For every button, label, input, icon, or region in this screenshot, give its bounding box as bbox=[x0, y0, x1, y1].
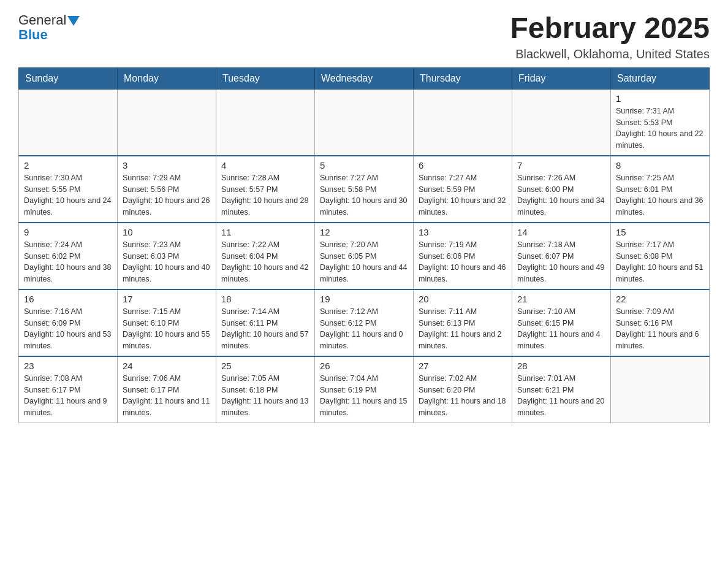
table-row: 13Sunrise: 7:19 AM Sunset: 6:06 PM Dayli… bbox=[414, 223, 512, 289]
table-row: 4Sunrise: 7:28 AM Sunset: 5:57 PM Daylig… bbox=[216, 156, 315, 223]
day-number: 5 bbox=[320, 160, 408, 170]
day-number: 11 bbox=[221, 227, 309, 237]
day-info: Sunrise: 7:02 AM Sunset: 6:20 PM Dayligh… bbox=[419, 373, 507, 419]
day-number: 2 bbox=[24, 160, 112, 170]
day-info: Sunrise: 7:01 AM Sunset: 6:21 PM Dayligh… bbox=[517, 373, 605, 419]
day-info: Sunrise: 7:15 AM Sunset: 6:10 PM Dayligh… bbox=[123, 306, 211, 352]
page-subtitle: Blackwell, Oklahoma, United States bbox=[510, 47, 710, 61]
calendar-week-row: 16Sunrise: 7:16 AM Sunset: 6:09 PM Dayli… bbox=[19, 289, 710, 356]
table-row: 8Sunrise: 7:25 AM Sunset: 6:01 PM Daylig… bbox=[611, 156, 710, 223]
table-row bbox=[512, 89, 611, 156]
table-row: 7Sunrise: 7:26 AM Sunset: 6:00 PM Daylig… bbox=[512, 156, 611, 223]
day-number: 3 bbox=[123, 160, 211, 170]
table-row: 20Sunrise: 7:11 AM Sunset: 6:13 PM Dayli… bbox=[414, 289, 512, 356]
table-row: 19Sunrise: 7:12 AM Sunset: 6:12 PM Dayli… bbox=[315, 289, 414, 356]
day-number: 26 bbox=[320, 361, 408, 371]
day-info: Sunrise: 7:28 AM Sunset: 5:57 PM Dayligh… bbox=[221, 172, 309, 218]
day-number: 20 bbox=[419, 294, 507, 304]
day-info: Sunrise: 7:16 AM Sunset: 6:09 PM Dayligh… bbox=[24, 306, 112, 352]
day-number: 8 bbox=[616, 160, 704, 170]
table-row: 23Sunrise: 7:08 AM Sunset: 6:17 PM Dayli… bbox=[19, 356, 118, 423]
table-row: 26Sunrise: 7:04 AM Sunset: 6:19 PM Dayli… bbox=[315, 356, 414, 423]
day-info: Sunrise: 7:23 AM Sunset: 6:03 PM Dayligh… bbox=[123, 239, 211, 285]
col-monday: Monday bbox=[118, 67, 216, 89]
col-friday: Friday bbox=[512, 67, 611, 89]
logo: General Blue bbox=[18, 12, 80, 43]
table-row: 16Sunrise: 7:16 AM Sunset: 6:09 PM Dayli… bbox=[19, 289, 118, 356]
day-number: 15 bbox=[616, 227, 704, 237]
day-number: 9 bbox=[24, 227, 112, 237]
calendar-week-row: 2Sunrise: 7:30 AM Sunset: 5:55 PM Daylig… bbox=[19, 156, 710, 223]
table-row bbox=[611, 356, 710, 423]
day-number: 14 bbox=[517, 227, 605, 237]
calendar-table: Sunday Monday Tuesday Wednesday Thursday… bbox=[18, 67, 710, 423]
day-info: Sunrise: 7:29 AM Sunset: 5:56 PM Dayligh… bbox=[123, 172, 211, 218]
logo-blue-text: Blue bbox=[18, 27, 48, 43]
day-number: 27 bbox=[419, 361, 507, 371]
table-row: 17Sunrise: 7:15 AM Sunset: 6:10 PM Dayli… bbox=[118, 289, 216, 356]
table-row bbox=[216, 89, 315, 156]
table-row bbox=[118, 89, 216, 156]
day-number: 25 bbox=[221, 361, 309, 371]
day-number: 7 bbox=[517, 160, 605, 170]
day-number: 28 bbox=[517, 361, 605, 371]
day-number: 12 bbox=[320, 227, 408, 237]
table-row: 6Sunrise: 7:27 AM Sunset: 5:59 PM Daylig… bbox=[414, 156, 512, 223]
table-row: 9Sunrise: 7:24 AM Sunset: 6:02 PM Daylig… bbox=[19, 223, 118, 289]
day-number: 24 bbox=[123, 361, 211, 371]
day-number: 19 bbox=[320, 294, 408, 304]
day-info: Sunrise: 7:04 AM Sunset: 6:19 PM Dayligh… bbox=[320, 373, 408, 419]
calendar-header-row: Sunday Monday Tuesday Wednesday Thursday… bbox=[19, 67, 710, 89]
table-row bbox=[414, 89, 512, 156]
table-row: 3Sunrise: 7:29 AM Sunset: 5:56 PM Daylig… bbox=[118, 156, 216, 223]
day-info: Sunrise: 7:12 AM Sunset: 6:12 PM Dayligh… bbox=[320, 306, 408, 352]
table-row bbox=[315, 89, 414, 156]
table-row: 15Sunrise: 7:17 AM Sunset: 6:08 PM Dayli… bbox=[611, 223, 710, 289]
day-info: Sunrise: 7:27 AM Sunset: 5:59 PM Dayligh… bbox=[419, 172, 507, 218]
page-header: General Blue February 2025 Blackwell, Ok… bbox=[18, 12, 710, 61]
table-row: 18Sunrise: 7:14 AM Sunset: 6:11 PM Dayli… bbox=[216, 289, 315, 356]
table-row bbox=[19, 89, 118, 156]
day-info: Sunrise: 7:31 AM Sunset: 5:53 PM Dayligh… bbox=[616, 105, 704, 151]
day-info: Sunrise: 7:30 AM Sunset: 5:55 PM Dayligh… bbox=[24, 172, 112, 218]
svg-marker-0 bbox=[67, 16, 80, 26]
day-number: 10 bbox=[123, 227, 211, 237]
table-row: 14Sunrise: 7:18 AM Sunset: 6:07 PM Dayli… bbox=[512, 223, 611, 289]
calendar-week-row: 9Sunrise: 7:24 AM Sunset: 6:02 PM Daylig… bbox=[19, 223, 710, 289]
day-info: Sunrise: 7:24 AM Sunset: 6:02 PM Dayligh… bbox=[24, 239, 112, 285]
title-block: February 2025 Blackwell, Oklahoma, Unite… bbox=[510, 12, 710, 61]
table-row: 22Sunrise: 7:09 AM Sunset: 6:16 PM Dayli… bbox=[611, 289, 710, 356]
table-row: 10Sunrise: 7:23 AM Sunset: 6:03 PM Dayli… bbox=[118, 223, 216, 289]
table-row: 1Sunrise: 7:31 AM Sunset: 5:53 PM Daylig… bbox=[611, 89, 710, 156]
table-row: 24Sunrise: 7:06 AM Sunset: 6:17 PM Dayli… bbox=[118, 356, 216, 423]
table-row: 2Sunrise: 7:30 AM Sunset: 5:55 PM Daylig… bbox=[19, 156, 118, 223]
day-number: 22 bbox=[616, 294, 704, 304]
table-row: 5Sunrise: 7:27 AM Sunset: 5:58 PM Daylig… bbox=[315, 156, 414, 223]
table-row: 25Sunrise: 7:05 AM Sunset: 6:18 PM Dayli… bbox=[216, 356, 315, 423]
page-title: February 2025 bbox=[510, 12, 710, 45]
table-row: 12Sunrise: 7:20 AM Sunset: 6:05 PM Dayli… bbox=[315, 223, 414, 289]
day-number: 13 bbox=[419, 227, 507, 237]
day-number: 16 bbox=[24, 294, 112, 304]
day-info: Sunrise: 7:05 AM Sunset: 6:18 PM Dayligh… bbox=[221, 373, 309, 419]
day-number: 6 bbox=[419, 160, 507, 170]
calendar-week-row: 23Sunrise: 7:08 AM Sunset: 6:17 PM Dayli… bbox=[19, 356, 710, 423]
table-row: 11Sunrise: 7:22 AM Sunset: 6:04 PM Dayli… bbox=[216, 223, 315, 289]
day-number: 17 bbox=[123, 294, 211, 304]
day-info: Sunrise: 7:11 AM Sunset: 6:13 PM Dayligh… bbox=[419, 306, 507, 352]
col-tuesday: Tuesday bbox=[216, 67, 315, 89]
day-info: Sunrise: 7:10 AM Sunset: 6:15 PM Dayligh… bbox=[517, 306, 605, 352]
calendar-week-row: 1Sunrise: 7:31 AM Sunset: 5:53 PM Daylig… bbox=[19, 89, 710, 156]
day-info: Sunrise: 7:20 AM Sunset: 6:05 PM Dayligh… bbox=[320, 239, 408, 285]
col-wednesday: Wednesday bbox=[315, 67, 414, 89]
col-sunday: Sunday bbox=[19, 67, 118, 89]
day-info: Sunrise: 7:22 AM Sunset: 6:04 PM Dayligh… bbox=[221, 239, 309, 285]
table-row: 27Sunrise: 7:02 AM Sunset: 6:20 PM Dayli… bbox=[414, 356, 512, 423]
day-number: 23 bbox=[24, 361, 112, 371]
col-thursday: Thursday bbox=[414, 67, 512, 89]
table-row: 21Sunrise: 7:10 AM Sunset: 6:15 PM Dayli… bbox=[512, 289, 611, 356]
day-number: 18 bbox=[221, 294, 309, 304]
day-info: Sunrise: 7:27 AM Sunset: 5:58 PM Dayligh… bbox=[320, 172, 408, 218]
table-row: 28Sunrise: 7:01 AM Sunset: 6:21 PM Dayli… bbox=[512, 356, 611, 423]
day-info: Sunrise: 7:17 AM Sunset: 6:08 PM Dayligh… bbox=[616, 239, 704, 285]
